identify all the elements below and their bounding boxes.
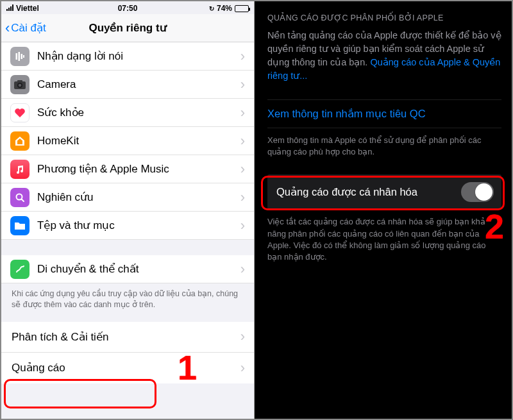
toggle-label: Quảng cáo được cá nhân hóa — [276, 186, 417, 198]
chevron-right-icon: › — [240, 189, 245, 206]
row-label: Sức khỏe — [37, 106, 240, 119]
section-gap — [1, 240, 254, 255]
svg-rect-0 — [16, 53, 18, 60]
section-header: QUẢNG CÁO ĐƯỢC PHÂN PHỐI BỞI APPLE — [267, 13, 501, 29]
personalized-ads-footer: Việc tắt các quảng cáo được cá nhân hóa … — [267, 210, 501, 276]
personalized-ads-switch[interactable] — [461, 182, 494, 202]
svg-rect-3 — [23, 55, 24, 58]
row-label: HomeKit — [37, 135, 240, 147]
row-camera[interactable]: Camera › — [1, 71, 254, 99]
view-ad-targeting-footer: Xem thông tin mà Apple có thể sử dụng để… — [267, 133, 501, 171]
chevron-right-icon: › — [240, 328, 245, 345]
fitness-list: Di chuyển & thể chất › — [1, 255, 254, 283]
battery-percent: 74% — [217, 4, 232, 13]
sync-icon: ↻ — [209, 5, 214, 12]
chevron-right-icon: › — [240, 133, 245, 149]
tutorial-composite: Viettel 07:50 ↻ 74% ‹ Cài đặt Quyền riên… — [0, 0, 513, 420]
row-label: Phân tích & Cải tiến — [12, 330, 240, 344]
row-research[interactable]: Nghiên cứu › — [1, 183, 254, 212]
advertising-content: QUẢNG CÁO ĐƯỢC PHÂN PHỐI BỞI APPLE Nền t… — [255, 1, 512, 276]
row-label: Quảng cáo — [12, 361, 240, 374]
phone-left-privacy-settings: Viettel 07:50 ↻ 74% ‹ Cài đặt Quyền riên… — [1, 1, 255, 419]
chevron-right-icon: › — [240, 161, 245, 178]
view-ad-targeting-label: Xem thông tin nhắm mục tiêu QC — [267, 108, 426, 119]
svg-rect-2 — [21, 54, 23, 59]
svg-point-7 — [19, 83, 22, 87]
back-label: Cài đặt — [11, 21, 46, 35]
row-label: Nhận dạng lời nói — [37, 49, 240, 63]
health-icon — [10, 103, 29, 122]
row-advertising[interactable]: Quảng cáo › — [1, 353, 254, 383]
back-button[interactable]: ‹ Cài đặt — [1, 21, 46, 35]
personalized-ads-toggle-row[interactable]: Quảng cáo được cá nhân hóa — [267, 174, 501, 210]
row-analytics-improvements[interactable]: Phân tích & Cải tiến › — [1, 322, 254, 353]
status-bar: Viettel 07:50 ↻ 74% — [1, 1, 254, 14]
fitness-icon — [10, 260, 29, 279]
signal-icon — [6, 4, 13, 11]
annotation-highlight-1 — [4, 379, 156, 408]
files-icon — [10, 216, 29, 235]
research-icon — [10, 188, 29, 207]
section-description: Nền tảng quảng cáo của Apple được thiết … — [267, 29, 501, 99]
row-label: Nghiên cứu — [37, 190, 240, 204]
view-ad-targeting-row[interactable]: Xem thông tin nhắm mục tiêu QC — [267, 99, 501, 128]
chevron-right-icon: › — [240, 217, 245, 234]
row-homekit[interactable]: HomeKit › — [1, 127, 254, 155]
battery-icon — [235, 5, 249, 12]
nav-header: ‹ Cài đặt Quyền riêng tư — [1, 14, 254, 42]
phone-right-apple-advertising: QUẢNG CÁO ĐƯỢC PHÂN PHỐI BỞI APPLE Nền t… — [255, 1, 512, 419]
homekit-icon — [10, 131, 29, 151]
music-icon — [10, 160, 29, 179]
privacy-list: Nhận dạng lời nói › Camera › Sức khỏe › … — [1, 42, 254, 240]
status-right: ↻ 74% — [209, 4, 249, 13]
row-files-folders[interactable]: Tệp và thư mục › — [1, 212, 254, 240]
svg-rect-5 — [17, 80, 22, 82]
row-label: Phương tiện & Apple Music — [37, 162, 240, 176]
chevron-right-icon: › — [240, 261, 245, 278]
analytics-group: Phân tích & Cải tiến › Quảng cáo › — [1, 322, 254, 383]
row-health[interactable]: Sức khỏe › — [1, 99, 254, 127]
row-speech-recognition[interactable]: Nhận dạng lời nói › — [1, 42, 254, 71]
chevron-right-icon: › — [240, 360, 245, 376]
svg-line-9 — [22, 199, 24, 201]
row-apple-music[interactable]: Phương tiện & Apple Music › — [1, 155, 254, 183]
row-fitness[interactable]: Di chuyển & thể chất › — [1, 255, 254, 283]
camera-icon — [10, 75, 29, 94]
status-carrier: Viettel — [6, 4, 39, 13]
section-footer: Khi các ứng dụng yêu cầu truy cập vào dữ… — [1, 283, 254, 322]
chevron-right-icon: › — [240, 48, 245, 65]
switch-knob — [475, 183, 492, 201]
svg-rect-1 — [19, 52, 21, 61]
row-label: Camera — [37, 78, 240, 91]
chevron-right-icon: › — [240, 105, 245, 121]
row-label: Tệp và thư mục — [37, 219, 240, 232]
speech-icon — [10, 47, 29, 66]
row-label: Di chuyển & thể chất — [37, 262, 240, 276]
chevron-right-icon: › — [240, 76, 245, 93]
